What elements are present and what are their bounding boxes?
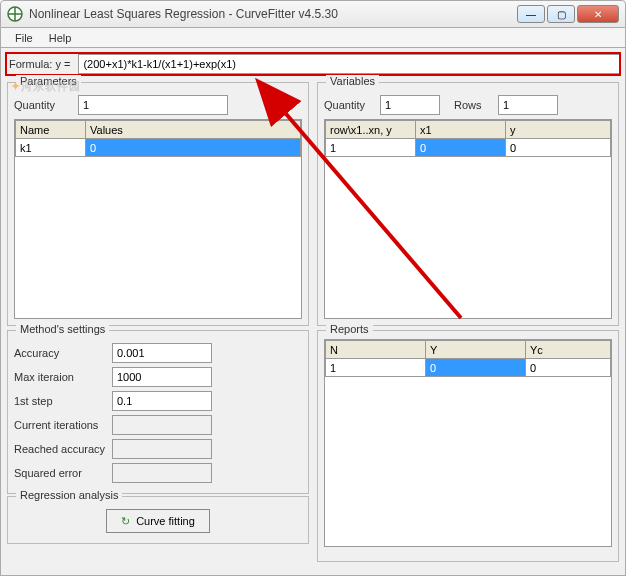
parameters-group: Parameters Quantity Name Values k1 0: [7, 82, 309, 326]
titlebar: Nonlinear Least Squares Regression - Cur…: [0, 0, 626, 28]
reports-legend: Reports: [326, 323, 373, 335]
var-header-row[interactable]: row\x1..xn, y: [326, 121, 416, 139]
accuracy-label: Accuracy: [14, 347, 106, 359]
first-step-input[interactable]: [112, 391, 212, 411]
refresh-icon: ↻: [121, 515, 130, 528]
accuracy-input[interactable]: [112, 343, 212, 363]
parameters-table-wrap: Name Values k1 0: [14, 119, 302, 319]
rep-cell-n[interactable]: 1: [326, 359, 426, 377]
var-quantity-input[interactable]: [380, 95, 440, 115]
reached-acc-label: Reached accuracy: [14, 443, 106, 455]
var-cell-x1[interactable]: 0: [416, 139, 506, 157]
current-iter-label: Current iterations: [14, 419, 106, 431]
formula-input[interactable]: [78, 54, 621, 74]
rep-header-n[interactable]: N: [326, 341, 426, 359]
var-rows-input[interactable]: [498, 95, 558, 115]
curve-fitting-label: Curve fitting: [136, 515, 195, 527]
table-row[interactable]: k1 0: [16, 139, 301, 157]
param-cell-name[interactable]: k1: [16, 139, 86, 157]
formula-label: Formula: y =: [5, 56, 74, 72]
rep-header-y[interactable]: Y: [426, 341, 526, 359]
param-quantity-input[interactable]: [78, 95, 228, 115]
param-quantity-label: Quantity: [14, 99, 72, 111]
parameters-legend: Parameters: [16, 75, 81, 87]
sq-err-label: Squared error: [14, 467, 106, 479]
var-cell-row[interactable]: 1: [326, 139, 416, 157]
window-controls: — ▢ ✕: [517, 5, 619, 23]
variables-legend: Variables: [326, 75, 379, 87]
parameters-table: Name Values k1 0: [15, 120, 301, 157]
menubar: File Help: [0, 28, 626, 48]
max-iter-label: Max iteraion: [14, 371, 106, 383]
sq-err-output: [112, 463, 212, 483]
reports-table: N Y Yc 1 0 0: [325, 340, 611, 377]
var-cell-y[interactable]: 0: [506, 139, 611, 157]
table-row[interactable]: 1 0 0: [326, 139, 611, 157]
variables-table-wrap: row\x1..xn, y x1 y 1 0 0: [324, 119, 612, 319]
rep-cell-yc[interactable]: 0: [526, 359, 611, 377]
mid-columns: Method's settings Accuracy Max iteraion …: [5, 328, 621, 564]
regression-legend: Regression analysis: [16, 489, 122, 501]
menu-file[interactable]: File: [7, 30, 41, 46]
rep-header-yc[interactable]: Yc: [526, 341, 611, 359]
rep-cell-y[interactable]: 0: [426, 359, 526, 377]
app-icon: [7, 6, 23, 22]
reached-acc-output: [112, 439, 212, 459]
var-header-y[interactable]: y: [506, 121, 611, 139]
param-cell-value[interactable]: 0: [86, 139, 301, 157]
first-step-label: 1st step: [14, 395, 106, 407]
top-columns: Parameters Quantity Name Values k1 0: [5, 80, 621, 328]
var-header-x1[interactable]: x1: [416, 121, 506, 139]
client-area: ✦河东软件园 Formula: y = Parameters Quantity: [0, 48, 626, 576]
menu-help[interactable]: Help: [41, 30, 80, 46]
methods-group: Method's settings Accuracy Max iteraion …: [7, 330, 309, 494]
variables-group: Variables Quantity Rows row\x1..xn, y x1…: [317, 82, 619, 326]
maximize-button[interactable]: ▢: [547, 5, 575, 23]
param-header-name[interactable]: Name: [16, 121, 86, 139]
formula-row: Formula: y =: [5, 54, 621, 74]
current-iter-output: [112, 415, 212, 435]
curve-fitting-button[interactable]: ↻ Curve fitting: [106, 509, 210, 533]
minimize-button[interactable]: —: [517, 5, 545, 23]
max-iter-input[interactable]: [112, 367, 212, 387]
table-row[interactable]: 1 0 0: [326, 359, 611, 377]
var-rows-label: Rows: [454, 99, 492, 111]
param-header-values[interactable]: Values: [86, 121, 301, 139]
methods-legend: Method's settings: [16, 323, 109, 335]
window-title: Nonlinear Least Squares Regression - Cur…: [29, 7, 517, 21]
variables-table: row\x1..xn, y x1 y 1 0 0: [325, 120, 611, 157]
reports-table-wrap: N Y Yc 1 0 0: [324, 339, 612, 547]
close-button[interactable]: ✕: [577, 5, 619, 23]
reports-group: Reports N Y Yc 1 0 0: [317, 330, 619, 562]
regression-group: Regression analysis ↻ Curve fitting: [7, 496, 309, 544]
var-quantity-label: Quantity: [324, 99, 374, 111]
